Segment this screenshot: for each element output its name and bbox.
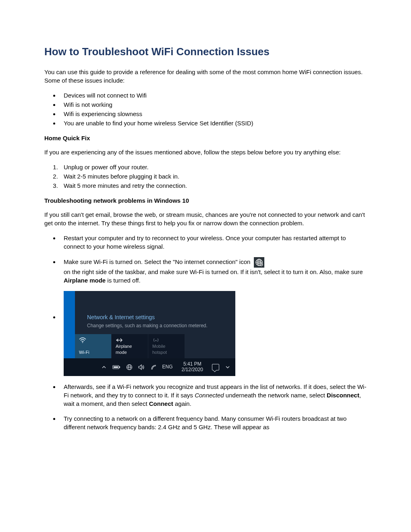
svg-rect-10 bbox=[114, 366, 118, 368]
list-item-flyout: Network & Internet settings Change setti… bbox=[60, 291, 367, 376]
list-item: Wait 5 more minutes and retry the connec… bbox=[60, 181, 367, 190]
heading-quickfix: Home Quick Fix bbox=[44, 134, 367, 142]
text: Make sure Wi-Fi is turned on. Select the… bbox=[64, 258, 250, 265]
text: underneath the network name, select bbox=[224, 392, 327, 399]
tray-language[interactable]: ENG bbox=[162, 364, 173, 370]
network-flyout: Network & Internet settings Change setti… bbox=[64, 291, 235, 376]
pen-icon[interactable] bbox=[150, 364, 157, 370]
mobile-hotspot-tile[interactable]: Mobile hotspot bbox=[148, 334, 185, 358]
list-item: Wifi is not working bbox=[60, 100, 367, 109]
tile-label: Airplane mode bbox=[116, 343, 144, 356]
no-internet-globe-icon bbox=[254, 257, 264, 268]
issues-list: Devices will not connect to Wifi Wifi is… bbox=[60, 91, 367, 127]
list-item: Try connecting to a network on a differe… bbox=[60, 414, 367, 431]
hotspot-icon bbox=[152, 337, 181, 343]
list-item: Afterwards, see if a Wi-Fi network you r… bbox=[60, 382, 367, 408]
list-item: You are unable to find your home wireles… bbox=[60, 119, 367, 127]
win10-intro: If you still can't get email, browse the… bbox=[44, 210, 367, 227]
svg-point-6 bbox=[82, 342, 83, 343]
text-bold: Connect bbox=[149, 400, 173, 407]
list-item: Make sure Wi-Fi is turned on. Select the… bbox=[60, 257, 367, 285]
svg-point-7 bbox=[156, 340, 157, 341]
list-item: Unplug or power off your router. bbox=[60, 163, 367, 171]
battery-icon[interactable] bbox=[112, 365, 120, 370]
network-settings-subtitle: Change settings, such as making a connec… bbox=[64, 322, 235, 329]
chevron-up-icon[interactable] bbox=[101, 364, 107, 370]
list-item: Restart your computer and try to reconne… bbox=[60, 234, 367, 251]
tile-label: Wi-Fi bbox=[79, 349, 107, 355]
quickfix-intro: If you are experiencing any of the issue… bbox=[44, 148, 367, 156]
tray-date: 2/12/2020 bbox=[182, 367, 203, 373]
text: again. bbox=[173, 400, 191, 407]
text-bold: Airplane mode bbox=[64, 277, 106, 284]
list-item: Devices will not connect to Wifi bbox=[60, 91, 367, 100]
flyout-accent-bar bbox=[64, 291, 75, 358]
chevron-down-icon[interactable] bbox=[225, 364, 230, 370]
taskbar: ENG 5:41 PM 2/12/2020 bbox=[64, 358, 235, 376]
text: is turned off. bbox=[106, 277, 140, 284]
action-center-icon[interactable] bbox=[212, 364, 219, 370]
svg-rect-9 bbox=[119, 366, 120, 368]
list-item: Wait 2-5 minutes before plugging it back… bbox=[60, 172, 367, 181]
wifi-icon bbox=[79, 337, 107, 344]
volume-icon[interactable] bbox=[138, 364, 145, 370]
airplane-icon bbox=[116, 337, 144, 343]
tile-label: Mobile bbox=[152, 343, 181, 349]
page-title: How to Troubleshoot WiFi Connection Issu… bbox=[44, 44, 367, 59]
airplane-mode-tile[interactable]: Airplane mode bbox=[112, 334, 148, 358]
tray-clock[interactable]: 5:41 PM 2/12/2020 bbox=[179, 362, 206, 373]
tile-label: hotspot bbox=[152, 349, 181, 355]
wifi-tile[interactable]: Wi-Fi bbox=[75, 334, 111, 358]
text: on the right side of the taskbar, and ma… bbox=[64, 268, 363, 275]
intro-paragraph: You can use this guide to provide a refe… bbox=[44, 68, 367, 85]
heading-win10: Troubleshooting network problems in Wind… bbox=[44, 196, 367, 205]
network-globe-icon[interactable] bbox=[126, 364, 133, 370]
text-italic: Connected bbox=[195, 392, 224, 399]
text-bold: Disconnect bbox=[327, 392, 359, 399]
quickfix-steps: Unplug or power off your router. Wait 2-… bbox=[60, 163, 367, 190]
list-item: Wifi is experiencing slowness bbox=[60, 110, 367, 118]
win10-bullets: Restart your computer and try to reconne… bbox=[60, 234, 367, 431]
network-settings-link[interactable]: Network & Internet settings bbox=[64, 314, 235, 322]
tray-time: 5:41 PM bbox=[182, 362, 203, 367]
